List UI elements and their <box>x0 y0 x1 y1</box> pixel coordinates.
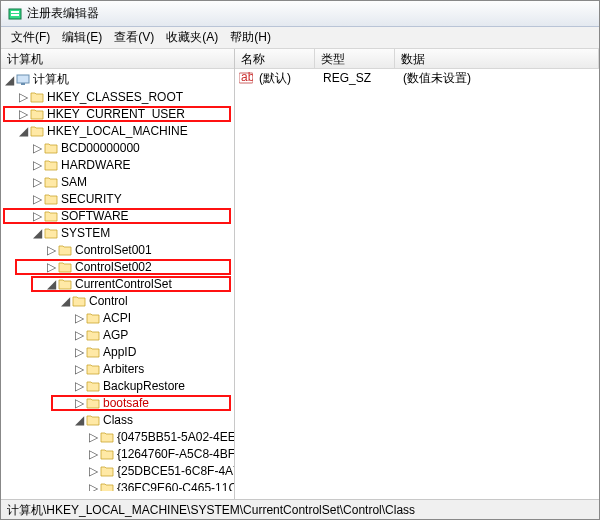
col-data[interactable]: 数据 <box>395 49 599 68</box>
col-name[interactable]: 名称 <box>235 49 315 68</box>
tree-item-label: SOFTWARE <box>61 209 129 223</box>
tree-item[interactable]: ◢SYSTEM <box>3 224 234 241</box>
expander-icon[interactable]: ▷ <box>87 482 99 492</box>
tree-item[interactable]: ▷{25DBCE51-6C8F-4A72-8A6D-B54C2 <box>3 462 234 479</box>
folder-icon <box>30 124 44 138</box>
tree-item-label: {0475BB51-5A02-4EE0-B36C-29040F <box>117 430 234 444</box>
tree-item[interactable]: ▷BackupRestore <box>3 377 234 394</box>
tree-item[interactable]: ▷ControlSet002 <box>3 258 234 275</box>
col-type[interactable]: 类型 <box>315 49 395 68</box>
svg-rect-2 <box>11 14 19 16</box>
expander-icon[interactable]: ▷ <box>31 210 43 222</box>
tree-item[interactable]: ▷ACPI <box>3 309 234 326</box>
tree-item-label: SECURITY <box>61 192 122 206</box>
tree-item[interactable]: ▷HKEY_CLASSES_ROOT <box>3 88 234 105</box>
expander-icon[interactable]: ◢ <box>17 125 29 137</box>
tree-item[interactable]: ◢Class <box>3 411 234 428</box>
folder-icon <box>86 379 100 393</box>
tree-item[interactable]: ▷SOFTWARE <box>3 207 234 224</box>
tree-item[interactable]: ▷AppID <box>3 343 234 360</box>
cell-name: (默认) <box>253 70 317 87</box>
expander-icon[interactable]: ▷ <box>73 380 85 392</box>
tree-item[interactable]: ▷Arbiters <box>3 360 234 377</box>
tree-header[interactable]: 计算机 <box>1 49 234 69</box>
list-row[interactable]: ab (默认) REG_SZ (数值未设置) <box>235 69 599 87</box>
tree-item[interactable]: ▷HKEY_CURRENT_USER <box>3 105 234 122</box>
tree-root: ◢计算机▷HKEY_CLASSES_ROOT▷HKEY_CURRENT_USER… <box>1 69 234 491</box>
tree-item[interactable]: ▷ControlSet001 <box>3 241 234 258</box>
tree-item[interactable]: ▷{1264760F-A5C8-4BFE-B314-D56A7B <box>3 445 234 462</box>
folder-icon <box>44 226 58 240</box>
expander-icon[interactable]: ▷ <box>31 142 43 154</box>
tree-item-label: ControlSet001 <box>75 243 152 257</box>
expander-icon[interactable]: ▷ <box>17 108 29 120</box>
tree-item-label: HKEY_LOCAL_MACHINE <box>47 124 188 138</box>
tree-item-label: 计算机 <box>33 71 69 88</box>
tree-body[interactable]: ◢计算机▷HKEY_CLASSES_ROOT▷HKEY_CURRENT_USER… <box>1 69 234 491</box>
list-columns: 名称 类型 数据 <box>235 49 599 69</box>
expander-icon[interactable]: ▷ <box>31 176 43 188</box>
window-title: 注册表编辑器 <box>27 5 99 22</box>
expander-icon[interactable]: ▷ <box>31 159 43 171</box>
expander-icon[interactable]: ▷ <box>87 448 99 460</box>
tree-item[interactable]: ◢CurrentControlSet <box>3 275 234 292</box>
tree-item[interactable]: ▷HARDWARE <box>3 156 234 173</box>
tree-item-label: ControlSet002 <box>75 260 152 274</box>
tree-item[interactable]: ▷AGP <box>3 326 234 343</box>
expander-icon[interactable]: ▷ <box>73 329 85 341</box>
tree-item[interactable]: ▷{36FC9E60-C465-11CF-8056-44453 <box>3 479 234 491</box>
expander-icon[interactable]: ▷ <box>45 261 57 273</box>
expander-icon[interactable]: ▷ <box>73 346 85 358</box>
menu-view[interactable]: 查看(V) <box>108 27 160 48</box>
folder-icon <box>72 294 86 308</box>
menu-favorites[interactable]: 收藏夹(A) <box>160 27 224 48</box>
menu-edit[interactable]: 编辑(E) <box>56 27 108 48</box>
menu-help[interactable]: 帮助(H) <box>224 27 277 48</box>
menu-file[interactable]: 文件(F) <box>5 27 56 48</box>
tree-item[interactable]: ▷SAM <box>3 173 234 190</box>
app-icon <box>7 6 23 22</box>
expander-icon[interactable]: ▷ <box>73 397 85 409</box>
computer-icon <box>16 73 30 87</box>
folder-icon <box>86 362 100 376</box>
expander-icon[interactable]: ◢ <box>45 278 57 290</box>
folder-icon <box>100 430 114 444</box>
folder-icon <box>86 413 100 427</box>
tree-item[interactable]: ◢HKEY_LOCAL_MACHINE <box>3 122 234 139</box>
tree-item-label: HKEY_CLASSES_ROOT <box>47 90 183 104</box>
expander-icon[interactable]: ▷ <box>73 363 85 375</box>
tree-item-label: HARDWARE <box>61 158 131 172</box>
status-bar: 计算机\HKEY_LOCAL_MACHINE\SYSTEM\CurrentCon… <box>1 499 599 519</box>
expander-icon[interactable]: ▷ <box>87 431 99 443</box>
expander-icon[interactable]: ◢ <box>3 74 15 86</box>
expander-icon[interactable]: ▷ <box>31 193 43 205</box>
expander-icon[interactable]: ▷ <box>17 91 29 103</box>
folder-icon <box>100 447 114 461</box>
folder-icon <box>86 345 100 359</box>
expander-icon[interactable]: ◢ <box>73 414 85 426</box>
folder-icon <box>44 141 58 155</box>
tree-item[interactable]: ▷BCD00000000 <box>3 139 234 156</box>
tree-item[interactable]: ▷{0475BB51-5A02-4EE0-B36C-29040F <box>3 428 234 445</box>
svg-rect-3 <box>17 75 29 83</box>
tree-item-label: SYSTEM <box>61 226 110 240</box>
folder-icon <box>58 277 72 291</box>
tree-item-label: Control <box>89 294 128 308</box>
expander-icon[interactable]: ▷ <box>73 312 85 324</box>
main-split: 计算机 ◢计算机▷HKEY_CLASSES_ROOT▷HKEY_CURRENT_… <box>1 49 599 499</box>
tree-item[interactable]: ◢Control <box>3 292 234 309</box>
menu-bar: 文件(F) 编辑(E) 查看(V) 收藏夹(A) 帮助(H) <box>1 27 599 49</box>
tree-item[interactable]: ◢计算机 <box>3 71 234 88</box>
tree-item-label: BCD00000000 <box>61 141 140 155</box>
tree-item[interactable]: ▷SECURITY <box>3 190 234 207</box>
tree-item-label: AGP <box>103 328 128 342</box>
expander-icon[interactable]: ▷ <box>87 465 99 477</box>
expander-icon[interactable]: ◢ <box>31 227 43 239</box>
folder-icon <box>30 107 44 121</box>
svg-rect-4 <box>21 83 25 85</box>
expander-icon[interactable]: ◢ <box>59 295 71 307</box>
list-panel: 名称 类型 数据 ab (默认) REG_SZ (数值未设置) <box>235 49 599 499</box>
tree-item[interactable]: ▷bootsafe <box>3 394 234 411</box>
expander-icon[interactable]: ▷ <box>45 244 57 256</box>
folder-icon <box>100 481 114 492</box>
